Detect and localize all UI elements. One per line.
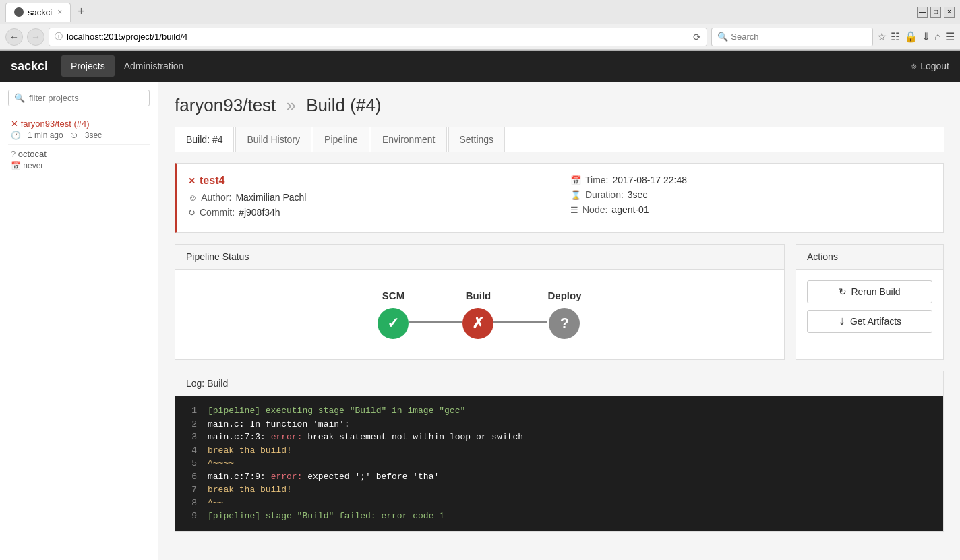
sidebar-search[interactable]: 🔍 — [8, 90, 150, 106]
rerun-build-button[interactable]: ↻ Rerun Build — [807, 280, 932, 303]
page-title: faryon93/test » Build (#4) — [175, 95, 944, 116]
browser-chrome: sackci × + — □ × ← → ⓘ ⟳ 🔍 ☆ ☷ 🔒 ⇓ ⌂ ☰ — [0, 0, 960, 51]
logout-button[interactable]: ⎆ Logout — [911, 61, 949, 71]
time-value: 2017-08-17 22:48 — [612, 175, 687, 185]
log-line: 5 ^~~~~ — [186, 457, 932, 470]
log-line-num: 1 — [186, 404, 197, 418]
log-line: 4 break tha build! — [186, 444, 932, 458]
author-label: Author: — [201, 192, 231, 203]
log-line: 7 break tha build! — [186, 483, 932, 497]
actions-card-header: Actions — [796, 245, 943, 270]
scm-status-circle: ✓ — [378, 308, 409, 339]
minimize-button[interactable]: — — [917, 7, 928, 18]
forward-button[interactable]: → — [27, 28, 44, 46]
breadcrumb-project: faryon93/test — [175, 95, 276, 115]
nav-projects[interactable]: Projects — [61, 55, 115, 77]
time-icon: 📅 — [570, 175, 581, 185]
time-label: Time: — [585, 175, 608, 185]
browser-toolbar: ← → ⓘ ⟳ 🔍 ☆ ☷ 🔒 ⇓ ⌂ ☰ — [0, 24, 960, 50]
timer-icon: ⏲ — [70, 131, 78, 140]
sidebar-project-octocat[interactable]: ? octocat 📅 never — [8, 145, 150, 175]
download-icon[interactable]: ⇓ — [922, 30, 930, 43]
tab-favicon — [14, 7, 24, 17]
app-navbar: sackci Projects Administration ⎆ Logout — [0, 51, 960, 82]
log-line-text: main.c:7:3: error: break statement not w… — [208, 431, 523, 444]
pipeline-card: Pipeline Status SCM ✓ Build ✗ — [175, 244, 785, 360]
actions-card: Actions ↻ Rerun Build ⇓ Get Artifacts — [796, 244, 944, 360]
rerun-label: Rerun Build — [851, 286, 900, 297]
home-icon[interactable]: ⌂ — [934, 31, 941, 43]
refresh-button[interactable]: ⟳ — [693, 32, 701, 42]
log-line-text: [pipeline] executing stage "Build" in im… — [208, 404, 465, 418]
add-tab-button[interactable]: + — [73, 5, 89, 19]
log-header: Log: Build — [175, 371, 943, 396]
sidebar-search-input[interactable] — [29, 93, 144, 103]
search-input[interactable] — [731, 32, 852, 42]
log-line-text: main.c: In function 'main': — [208, 418, 350, 431]
log-title: Log: Build — [186, 378, 228, 389]
pipeline-visual: SCM ✓ Build ✗ Deploy ? — [175, 270, 784, 359]
log-line: 1[pipeline] executing stage "Build" in i… — [186, 404, 932, 418]
build-info-card: ✕ test4 ☺ Author: Maximilian Pachl ↻ Com… — [175, 163, 944, 233]
breadcrumb-build: Build (#4) — [306, 95, 381, 115]
tab-build-history[interactable]: Build History — [235, 127, 311, 152]
maximize-button[interactable]: □ — [930, 7, 941, 18]
tab-settings[interactable]: Settings — [448, 127, 506, 152]
build-name-text: test4 — [200, 175, 224, 187]
scm-label: SCM — [382, 290, 404, 301]
log-line-text: break tha build! — [208, 444, 292, 458]
project-name-octocat: ? octocat — [11, 149, 147, 159]
pipeline-connector-2 — [493, 321, 547, 323]
build-step-label: Build — [466, 290, 491, 301]
log-line-num: 2 — [186, 418, 197, 431]
address-bar[interactable]: ⓘ ⟳ — [49, 28, 707, 46]
browser-tab[interactable]: sackci × — [5, 3, 71, 22]
node-icon: ☰ — [570, 205, 578, 215]
browser-titlebar: sackci × + — □ × — [0, 0, 960, 24]
pipeline-step-build: Build ✗ — [462, 290, 493, 339]
pipeline-step-deploy: Deploy ? — [547, 290, 581, 339]
address-input[interactable] — [67, 32, 693, 42]
star-icon[interactable]: ☆ — [877, 30, 887, 43]
project-name-faryon: ✕ faryon93/test (#4) — [11, 119, 147, 129]
sidebar: 🔍 ✕ faryon93/test (#4) 🕐 1 min ago ⏲ 3se… — [0, 82, 158, 560]
project-time-ago: 1 min ago — [28, 131, 63, 140]
build-node-row: ☰ Node: agent-01 — [570, 204, 932, 215]
log-line-num: 3 — [186, 431, 197, 444]
pipeline-title: Pipeline Status — [186, 251, 249, 262]
reader-icon[interactable]: ☷ — [891, 30, 900, 43]
log-line-num: 5 — [186, 457, 197, 470]
build-info-left: ✕ test4 ☺ Author: Maximilian Pachl ↻ Com… — [188, 175, 550, 222]
pipeline-section: Pipeline Status SCM ✓ Build ✗ — [175, 244, 944, 360]
build-info-right: 📅 Time: 2017-08-17 22:48 ⌛ Duration: 3se… — [570, 175, 932, 222]
tab-build[interactable]: Build: #4 — [175, 127, 234, 152]
tab-close-button[interactable]: × — [57, 7, 62, 17]
get-artifacts-button[interactable]: ⇓ Get Artifacts — [807, 310, 932, 333]
sidebar-search-icon: 🔍 — [14, 93, 25, 103]
build-name: ✕ test4 — [188, 175, 550, 187]
log-line: 9[pipeline] stage "Build" failed: error … — [186, 509, 932, 523]
build-duration-row: ⌛ Duration: 3sec — [570, 189, 932, 200]
sidebar-project-faryon[interactable]: ✕ faryon93/test (#4) 🕐 1 min ago ⏲ 3sec — [8, 115, 150, 145]
tab-pipeline[interactable]: Pipeline — [313, 127, 369, 152]
logout-icon: ⎆ — [911, 61, 916, 71]
pipeline-connector-1 — [409, 321, 462, 323]
project-meta-faryon: 🕐 1 min ago ⏲ 3sec — [11, 131, 147, 140]
clock-icon: 🕐 — [11, 131, 21, 140]
menu-icon[interactable]: ☰ — [945, 30, 955, 43]
shield-icon[interactable]: 🔒 — [904, 30, 918, 43]
app-brand[interactable]: sackci — [11, 59, 48, 73]
breadcrumb-arrow: » — [287, 95, 296, 115]
tab-environment[interactable]: Environment — [371, 127, 447, 152]
actions-card-body: ↻ Rerun Build ⇓ Get Artifacts — [796, 270, 943, 344]
log-body: 1[pipeline] executing stage "Build" in i… — [175, 396, 943, 531]
nav-administration[interactable]: Administration — [115, 55, 193, 77]
deploy-status-circle: ? — [549, 308, 580, 339]
back-button[interactable]: ← — [5, 28, 23, 46]
log-line: 2main.c: In function 'main': — [186, 418, 932, 431]
author-value: Maximilian Pachl — [235, 192, 306, 203]
close-window-button[interactable]: × — [944, 7, 955, 18]
log-line: 8 ^~~ — [186, 497, 932, 510]
search-bar[interactable]: 🔍 — [711, 28, 873, 46]
build-commit-row: ↻ Commit: #j908f34h — [188, 207, 550, 218]
